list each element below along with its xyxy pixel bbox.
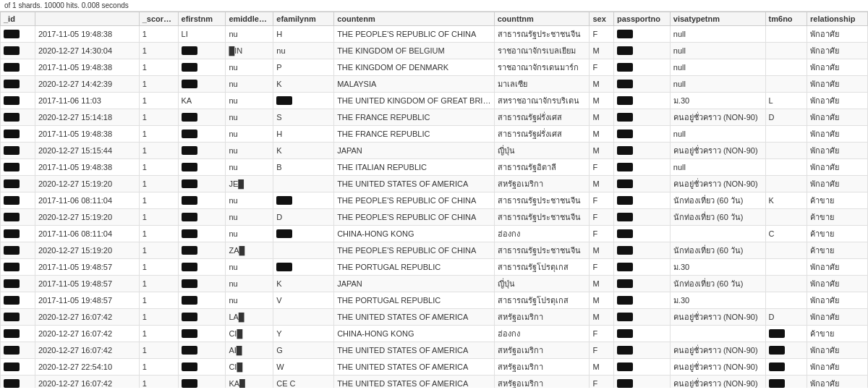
table-cell bbox=[178, 109, 226, 126]
table-cell bbox=[1, 276, 35, 292]
table-row[interactable]: 2020-12-27 14:42:391 nuKMALAYSIAมาเลเซีย… bbox=[1, 76, 868, 93]
table-cell: 2020-12-27 15:19:20 bbox=[35, 242, 139, 259]
table-row[interactable]: 2020-12-27 15:14:181 nuSTHE FRANCE REPUB… bbox=[1, 109, 868, 126]
col-header-id[interactable]: _id bbox=[1, 12, 35, 26]
table-cell: 2017-11-05 19:48:38 bbox=[35, 59, 139, 76]
table-cell: CI█ bbox=[226, 359, 273, 376]
table-cell: ค้าขาย bbox=[807, 326, 868, 342]
table-cell bbox=[613, 326, 670, 342]
table-cell bbox=[613, 93, 670, 109]
col-header-countenm[interactable]: countenm bbox=[334, 12, 495, 26]
table-row[interactable]: 2017-11-05 19:48:381LInuHTHE PEOPLE'S RE… bbox=[1, 26, 868, 43]
table-cell: LA█ bbox=[226, 309, 273, 326]
table-cell bbox=[178, 326, 226, 342]
table-cell: M bbox=[590, 126, 614, 143]
table-cell: ค้าขาย bbox=[807, 226, 868, 242]
col-header-tm6no[interactable]: tm6no bbox=[765, 12, 807, 26]
table-cell: M bbox=[590, 276, 614, 292]
table-cell: nu bbox=[226, 276, 273, 292]
table-cell: M bbox=[590, 309, 614, 326]
col-header-efirstnm[interactable]: efirstnm bbox=[178, 12, 226, 26]
table-row[interactable]: 2017-11-05 19:48:571 nu THE PORTUGAL REP… bbox=[1, 259, 868, 276]
table-row[interactable]: 2020-12-27 22:54:101 CI█WTHE UNITED STAT… bbox=[1, 359, 868, 376]
table-cell bbox=[178, 242, 226, 259]
col-header-counttnm[interactable]: counttnm bbox=[494, 12, 590, 26]
table-cell: 1 bbox=[139, 159, 178, 176]
table-cell bbox=[613, 192, 670, 209]
table-cell: K bbox=[273, 276, 334, 292]
col-header-visatypetnm[interactable]: visatypetnm bbox=[670, 12, 765, 26]
table-row[interactable]: 2017-11-06 08:11:041 nu THE PEOPLE'S REP… bbox=[1, 192, 868, 209]
table-cell: LI bbox=[178, 26, 226, 43]
table-row[interactable]: 2020-12-27 16:07:421 KA█CE CTHE UNITED S… bbox=[1, 376, 868, 389]
table-cell: สาธารณรัฐโปรตุเกส bbox=[494, 292, 590, 309]
table-cell: JAPAN bbox=[334, 276, 495, 292]
table-cell bbox=[178, 342, 226, 359]
col-header-score[interactable]: _score ▲ bbox=[139, 12, 178, 26]
table-cell bbox=[765, 359, 807, 376]
table-cell bbox=[613, 292, 670, 309]
table-row[interactable]: 2017-11-05 19:48:381 nuHTHE FRANCE REPUB… bbox=[1, 126, 868, 143]
table-row[interactable]: 2020-12-27 14:30:041 █INnuTHE KINGDOM OF… bbox=[1, 43, 868, 59]
col-header-efamilynm[interactable]: efamilynm bbox=[273, 12, 334, 26]
table-cell: พักอาศัย bbox=[807, 93, 868, 109]
table-row[interactable]: 2020-12-27 15:15:441 nuKJAPANญี่ปุ่นM คน… bbox=[1, 143, 868, 159]
table-row[interactable]: 2020-12-27 15:19:201 nuDTHE PEOPLE'S REP… bbox=[1, 209, 868, 226]
top-bar: of 1 shards. 10000 hits. 0.008 seconds bbox=[0, 0, 868, 12]
table-cell bbox=[178, 192, 226, 209]
table-cell: 1 bbox=[139, 176, 178, 192]
table-row[interactable]: 2017-11-06 11:031KAnu THE UNITED KINGDOM… bbox=[1, 93, 868, 109]
table-cell bbox=[613, 109, 670, 126]
col-header-date[interactable] bbox=[35, 12, 139, 26]
table-row[interactable]: 2017-11-05 19:48:571 nuVTHE PORTUGAL REP… bbox=[1, 292, 868, 309]
table-cell: F bbox=[590, 209, 614, 226]
table-cell: nu bbox=[226, 209, 273, 226]
table-cell: พักอาศัย bbox=[807, 59, 868, 76]
col-header-relationship[interactable]: relationship bbox=[807, 12, 868, 26]
table-cell: THE PORTUGAL REPUBLIC bbox=[334, 259, 495, 276]
table-cell bbox=[1, 126, 35, 143]
table-cell bbox=[613, 242, 670, 259]
table-row[interactable]: 2020-12-27 15:19:201 ZA█THE PEOPLE'S REP… bbox=[1, 242, 868, 259]
table-cell bbox=[178, 376, 226, 389]
table-cell bbox=[765, 342, 807, 359]
table-cell bbox=[1, 159, 35, 176]
table-cell bbox=[1, 43, 35, 59]
table-row[interactable]: 2020-12-27 16:07:421 CI█YCHINA-HONG KONG… bbox=[1, 326, 868, 342]
table-row[interactable]: 2020-12-27 16:07:421 LA█THE UNITED STATE… bbox=[1, 309, 868, 326]
table-cell: THE UNITED STATES OF AMERICA bbox=[334, 309, 495, 326]
table-row[interactable]: 2020-12-27 16:07:421 AI█GTHE UNITED STAT… bbox=[1, 342, 868, 359]
table-cell: 2020-12-27 16:07:42 bbox=[35, 326, 139, 342]
table-cell: สหรัฐอเมริกา bbox=[494, 342, 590, 359]
table-cell bbox=[178, 176, 226, 192]
table-row[interactable]: 2017-11-05 19:48:571 nuKJAPANญี่ปุ่นM นั… bbox=[1, 276, 868, 292]
table-cell: null bbox=[670, 26, 765, 43]
table-cell: 2020-12-27 14:30:04 bbox=[35, 43, 139, 59]
table-cell bbox=[613, 26, 670, 43]
table-row[interactable]: 2017-11-05 19:48:381 nuPTHE KINGDOM OF D… bbox=[1, 59, 868, 76]
table-cell: AI█ bbox=[226, 342, 273, 359]
table-cell: ZA█ bbox=[226, 242, 273, 259]
col-header-emiddlenm[interactable]: emiddlenm bbox=[226, 12, 273, 26]
table-row[interactable]: 2017-11-06 08:11:041 nu CHINA-HONG KONGฮ… bbox=[1, 226, 868, 242]
table-cell: 2020-12-27 16:07:42 bbox=[35, 376, 139, 389]
table-cell bbox=[1, 342, 35, 359]
table-cell: พักอาศัย bbox=[807, 126, 868, 143]
table-row[interactable]: 2020-12-27 15:19:201 JE█THE UNITED STATE… bbox=[1, 176, 868, 192]
table-cell: nu bbox=[226, 59, 273, 76]
table-cell: 2017-11-06 08:11:04 bbox=[35, 226, 139, 242]
table-cell bbox=[613, 159, 670, 176]
table-row[interactable]: 2017-11-05 19:48:381 nuBTHE ITALIAN REPU… bbox=[1, 159, 868, 176]
table-cell bbox=[765, 26, 807, 43]
col-header-passportno[interactable]: passportno bbox=[613, 12, 670, 26]
table-cell bbox=[765, 259, 807, 276]
col-header-sex[interactable]: sex bbox=[590, 12, 614, 26]
table-cell: F bbox=[590, 259, 614, 276]
table-cell: null bbox=[670, 76, 765, 93]
table-cell bbox=[670, 226, 765, 242]
table-cell bbox=[765, 276, 807, 292]
table-cell: THE PEOPLE'S REPUBLIC OF CHINA bbox=[334, 209, 495, 226]
table-cell: S bbox=[273, 109, 334, 126]
table-body: 2017-11-05 19:48:381LInuHTHE PEOPLE'S RE… bbox=[1, 26, 868, 389]
table-cell: พักอาศัย bbox=[807, 109, 868, 126]
